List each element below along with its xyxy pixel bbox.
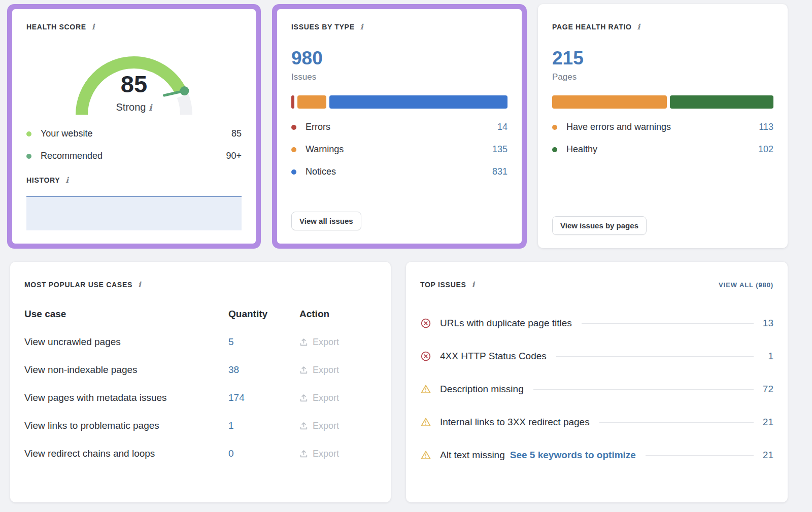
- legend-value[interactable]: 14: [497, 122, 507, 132]
- issue-row: 4XX HTTP Status Codes 1: [420, 351, 773, 362]
- legend-dot: [291, 125, 296, 130]
- use-case-label: View links to problematic pages: [24, 420, 228, 431]
- export-icon: [299, 422, 308, 430]
- legend-dot: [552, 125, 557, 130]
- legend-row: Your website 85: [26, 128, 242, 139]
- issues-stacked-bar: [291, 95, 507, 109]
- export-label: Export: [313, 393, 339, 403]
- export-label: Export: [313, 337, 339, 348]
- export-icon: [299, 394, 308, 402]
- top-issues-card: TOP ISSUES i VIEW ALL (980) URLs with du…: [406, 262, 788, 502]
- issues-by-type-title: ISSUES BY TYPE: [291, 23, 355, 31]
- export-icon: [299, 366, 308, 374]
- page-health-ratio-title: PAGE HEALTH RATIO: [552, 23, 632, 31]
- legend-label: Healthy: [566, 144, 597, 155]
- bar-segment: [329, 95, 507, 109]
- issues-total: 980: [291, 49, 507, 67]
- history-chart: [26, 196, 242, 230]
- legend-dot: [291, 169, 296, 175]
- use-case-row: View pages with metadata issues 174 Expo…: [24, 392, 377, 403]
- legend-row: Have errors and warnings 113: [552, 122, 773, 132]
- info-icon[interactable]: i: [472, 280, 475, 289]
- top-issues-title: TOP ISSUES: [420, 281, 466, 289]
- export-icon: [299, 450, 308, 458]
- use-case-label: View redirect chains and loops: [24, 448, 228, 459]
- health-score-title: HEALTH SCORE: [26, 23, 86, 31]
- use-case-label: View uncrawled pages: [24, 336, 228, 348]
- warning-icon: [420, 417, 431, 428]
- warning-icon: [420, 384, 431, 395]
- use-cases-table: Use case Quantity Action View uncrawled …: [24, 309, 377, 459]
- issue-leader-line: [599, 422, 754, 423]
- legend-value[interactable]: 135: [492, 144, 507, 155]
- legend-value[interactable]: 113: [759, 122, 773, 132]
- info-icon[interactable]: i: [149, 103, 152, 113]
- issue-leader-line: [582, 323, 754, 324]
- issue-count[interactable]: 13: [762, 318, 773, 329]
- issue-label[interactable]: URLs with duplicate page titles: [440, 318, 572, 329]
- bar-segment: [291, 95, 294, 109]
- info-icon[interactable]: i: [92, 22, 95, 31]
- pages-total: 215: [552, 49, 773, 67]
- issue-label[interactable]: 4XX HTTP Status Codes: [440, 351, 547, 362]
- issue-label[interactable]: Alt text missing: [440, 450, 505, 461]
- warning-icon: [420, 450, 431, 461]
- use-case-row: View redirect chains and loops 0 Export: [24, 448, 377, 459]
- info-icon[interactable]: i: [138, 280, 141, 289]
- pages-total-label: Pages: [552, 72, 773, 82]
- column-header-use-case: Use case: [24, 309, 228, 320]
- view-issues-by-pages-button[interactable]: View issues by pages: [552, 216, 647, 235]
- use-case-quantity-link[interactable]: 38: [228, 364, 299, 376]
- issue-label[interactable]: Description missing: [440, 384, 524, 395]
- issue-row: Internal links to 3XX redirect pages 21: [420, 417, 773, 428]
- issue-label[interactable]: Internal links to 3XX redirect pages: [440, 417, 590, 428]
- export-button[interactable]: Export: [299, 449, 377, 459]
- health-score-gauge: 85 Strong i: [63, 45, 205, 115]
- issue-leader-line: [556, 356, 754, 357]
- health-score-highlight-frame: HEALTH SCORE i 85 Strong i Your website …: [7, 4, 261, 249]
- use-case-quantity-link[interactable]: 5: [228, 336, 299, 348]
- bar-segment: [297, 95, 326, 109]
- legend-label: Warnings: [306, 144, 344, 155]
- legend-dot: [291, 147, 296, 152]
- use-case-row: View links to problematic pages 1 Export: [24, 420, 377, 431]
- use-case-row: View uncrawled pages 5 Export: [24, 336, 377, 348]
- gauge-score: 85: [63, 70, 205, 98]
- use-case-row: View non-indexable pages 38 Export: [24, 364, 377, 376]
- use-case-quantity-link[interactable]: 0: [228, 448, 299, 459]
- export-button[interactable]: Export: [299, 337, 377, 348]
- issue-count[interactable]: 1: [762, 351, 773, 362]
- gauge-status: Strong i: [63, 101, 205, 113]
- column-header-action: Action: [299, 309, 377, 320]
- use-cases-table-header: Use case Quantity Action: [24, 309, 377, 320]
- legend-value[interactable]: 831: [492, 166, 507, 177]
- error-icon: [420, 351, 431, 362]
- info-icon[interactable]: i: [637, 22, 640, 31]
- history-title: HISTORY: [26, 176, 60, 184]
- issues-total-label: Issues: [291, 72, 507, 82]
- view-all-issues-button[interactable]: View all issues: [291, 212, 361, 230]
- legend-value[interactable]: 102: [758, 144, 773, 155]
- use-cases-card: MOST POPULAR USE CASES i Use case Quanti…: [10, 262, 391, 502]
- info-icon[interactable]: i: [360, 22, 363, 31]
- legend-dot: [552, 147, 557, 152]
- legend-label: Have errors and warnings: [566, 122, 671, 132]
- view-all-link[interactable]: VIEW ALL (980): [719, 281, 773, 289]
- issue-keywords-link[interactable]: See 5 keywords to optimize: [510, 450, 636, 461]
- export-button[interactable]: Export: [299, 421, 377, 431]
- export-button[interactable]: Export: [299, 393, 377, 403]
- export-button[interactable]: Export: [299, 365, 377, 376]
- issue-count[interactable]: 21: [762, 417, 773, 428]
- use-case-label: View non-indexable pages: [24, 364, 228, 376]
- info-icon[interactable]: i: [65, 176, 69, 185]
- issue-count[interactable]: 72: [762, 384, 773, 395]
- page-health-ratio-card: PAGE HEALTH RATIO i 215 Pages Have error…: [538, 4, 788, 248]
- issue-leader-line: [533, 389, 754, 390]
- use-case-quantity-link[interactable]: 1: [228, 420, 299, 431]
- issue-row: URLs with duplicate page titles 13: [420, 318, 773, 329]
- legend-label: Errors: [306, 122, 330, 132]
- legend-label: Recommended: [41, 151, 103, 161]
- legend-row: Healthy 102: [552, 144, 773, 155]
- issue-count[interactable]: 21: [762, 450, 773, 461]
- use-case-quantity-link[interactable]: 174: [228, 392, 299, 403]
